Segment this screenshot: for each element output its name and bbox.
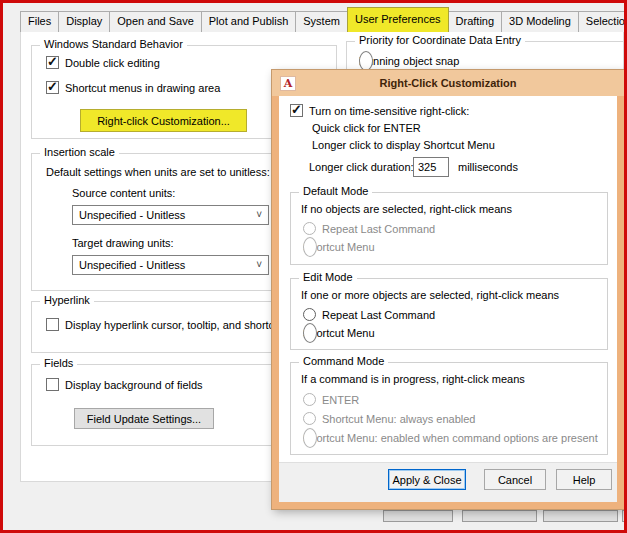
chevron-down-icon: ˅ xyxy=(256,260,262,270)
group-title: Windows Standard Behavior xyxy=(40,38,187,50)
group-title: Insertion scale xyxy=(40,146,119,158)
autocad-logo-icon: A xyxy=(280,76,296,91)
obscured-button[interactable] xyxy=(462,510,537,522)
radio-disabled-selected-icon xyxy=(303,428,317,448)
group-title: Priority for Coordinate Data Entry xyxy=(355,34,525,46)
tab-system[interactable]: System xyxy=(295,11,348,32)
checkbox-checked-icon[interactable] xyxy=(290,104,303,117)
default-repeat-last-command-radio-row: Repeat Last Command xyxy=(303,222,435,235)
group-command-mode: Command Mode If a command is in progress… xyxy=(290,362,608,455)
duration-unit-label: milliseconds xyxy=(458,161,518,173)
checkbox-unchecked-icon[interactable] xyxy=(46,318,59,331)
command-shortcut-always-radio-row: Shortcut Menu: always enabled xyxy=(303,412,475,425)
group-title: Fields xyxy=(40,357,77,369)
group-edit-mode: Edit Mode If one or more objects are sel… xyxy=(290,278,608,350)
time-sensitive-checkbox-row[interactable]: Turn on time-sensitive right-click: xyxy=(290,104,469,117)
group-title: Edit Mode xyxy=(299,271,357,283)
checkbox-unchecked-icon[interactable] xyxy=(46,378,59,391)
right-click-customization-dialog: A Right-Click Customization Turn on time… xyxy=(272,70,624,509)
tab-display[interactable]: Display xyxy=(58,11,110,32)
dialog-body: Turn on time-sensitive right-click: Quic… xyxy=(279,96,617,502)
checkbox-label: Display hyperlink cursor, tooltip, and s… xyxy=(65,319,283,331)
tab-user-preferences[interactable]: User Preferences xyxy=(347,7,449,32)
command-shortcut-options-present-radio-row: Shortcut Menu: enabled when command opti… xyxy=(303,432,598,444)
command-enter-radio-row: ENTER xyxy=(303,393,359,406)
display-background-checkbox-row[interactable]: Display background of fields xyxy=(46,378,203,391)
dropdown-value: Unspecified - Unitless xyxy=(79,209,185,221)
tab-plot-and-publish[interactable]: Plot and Publish xyxy=(201,11,297,32)
radio-disabled-selected-icon xyxy=(303,237,317,257)
checkbox-checked-icon[interactable] xyxy=(46,56,59,69)
radio-unselected-icon[interactable] xyxy=(303,308,316,321)
edit-mode-desc: If one or more objects are selected, rig… xyxy=(301,289,559,301)
tab-3d-modeling[interactable]: 3D Modeling xyxy=(501,11,579,32)
tab-files[interactable]: Files xyxy=(20,11,59,32)
dialog-button-strip: Apply & Close Cancel Help xyxy=(279,462,617,502)
checkbox-label: Turn on time-sensitive right-click: xyxy=(309,105,469,117)
checkbox-checked-icon[interactable] xyxy=(46,81,59,94)
dialog-title: Right-Click Customization xyxy=(296,77,600,89)
default-shortcut-menu-radio-row: Shortcut Menu xyxy=(303,241,375,253)
radio-disabled-icon xyxy=(303,222,316,235)
radio-label: Repeat Last Command xyxy=(322,309,435,321)
obscured-button[interactable] xyxy=(622,510,627,522)
chevron-down-icon: ˅ xyxy=(256,210,262,220)
radio-label: Repeat Last Command xyxy=(322,223,435,235)
longer-click-duration-input[interactable] xyxy=(413,157,449,177)
radio-selected-icon[interactable] xyxy=(303,323,317,343)
duration-label: Longer click duration: xyxy=(309,161,414,173)
dialog-titlebar[interactable]: A Right-Click Customization xyxy=(272,70,624,96)
running-object-snap-radio-row[interactable]: Running object snap xyxy=(359,55,459,67)
checkbox-label: Double click editing xyxy=(65,57,160,69)
right-click-customization-button[interactable]: Right-click Customization... xyxy=(80,109,247,132)
help-button[interactable]: Help xyxy=(556,469,612,490)
edit-repeat-last-command-radio-row[interactable]: Repeat Last Command xyxy=(303,308,435,321)
command-mode-desc: If a command is in progress, right-click… xyxy=(301,373,525,385)
source-units-dropdown[interactable]: Unspecified - Unitless ˅ xyxy=(72,205,269,225)
apply-and-close-button[interactable]: Apply & Close xyxy=(388,469,466,490)
group-title: Default Mode xyxy=(299,185,372,197)
radio-label: ENTER xyxy=(322,394,359,406)
radio-label: Running object snap xyxy=(359,55,459,67)
double-click-editing-checkbox-row[interactable]: Double click editing xyxy=(46,56,160,69)
group-title: Hyperlink xyxy=(40,294,94,306)
radio-label: Shortcut Menu: always enabled xyxy=(322,413,475,425)
target-units-label: Target drawing units: xyxy=(72,237,174,249)
display-hyperlink-checkbox-row[interactable]: Display hyperlink cursor, tooltip, and s… xyxy=(46,318,283,331)
shortcut-menus-checkbox-row[interactable]: Shortcut menus in drawing area xyxy=(46,81,220,94)
radio-disabled-icon xyxy=(303,393,316,406)
default-mode-desc: If no objects are selected, right-click … xyxy=(301,203,512,215)
obscured-button[interactable] xyxy=(543,510,618,522)
checkbox-label: Shortcut menus in drawing area xyxy=(65,82,220,94)
quick-click-text: Quick click for ENTER xyxy=(312,122,421,134)
options-tab-strip: Files Display Open and Save Plot and Pub… xyxy=(20,7,627,32)
target-units-dropdown[interactable]: Unspecified - Unitless ˅ xyxy=(72,255,269,275)
checkbox-label: Display background of fields xyxy=(65,379,203,391)
radio-disabled-icon xyxy=(303,412,316,425)
edit-shortcut-menu-radio-row[interactable]: Shortcut Menu xyxy=(303,327,375,339)
group-title: Command Mode xyxy=(299,355,388,367)
source-units-label: Source content units: xyxy=(72,187,175,199)
tab-open-and-save[interactable]: Open and Save xyxy=(109,11,201,32)
group-default-mode: Default Mode If no objects are selected,… xyxy=(290,192,608,265)
insertion-scale-subtitle: Default settings when units are set to u… xyxy=(46,166,270,178)
tab-drafting[interactable]: Drafting xyxy=(448,11,503,32)
cancel-button[interactable]: Cancel xyxy=(484,469,546,490)
field-update-settings-button[interactable]: Field Update Settings... xyxy=(74,408,214,429)
options-window: Files Display Open and Save Plot and Pub… xyxy=(0,0,627,533)
obscured-button[interactable] xyxy=(383,510,453,522)
tab-selection[interactable]: Selection xyxy=(578,11,627,32)
radio-label: Shortcut Menu: enabled when command opti… xyxy=(303,432,598,444)
longer-click-text: Longer click to display Shortcut Menu xyxy=(312,139,495,151)
radio-selected-icon[interactable] xyxy=(359,51,373,71)
dropdown-value: Unspecified - Unitless xyxy=(79,259,185,271)
